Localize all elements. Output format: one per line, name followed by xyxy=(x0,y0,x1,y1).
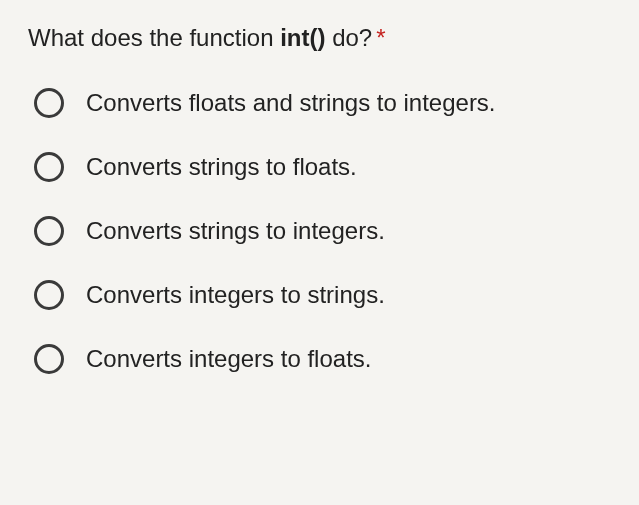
option-1[interactable]: Converts strings to floats. xyxy=(34,152,611,182)
option-label: Converts strings to integers. xyxy=(86,217,385,245)
option-label: Converts integers to floats. xyxy=(86,345,371,373)
question-suffix: do? xyxy=(325,24,372,51)
radio-icon[interactable] xyxy=(34,344,64,374)
option-2[interactable]: Converts strings to integers. xyxy=(34,216,611,246)
option-0[interactable]: Converts floats and strings to integers. xyxy=(34,88,611,118)
radio-icon[interactable] xyxy=(34,152,64,182)
option-4[interactable]: Converts integers to floats. xyxy=(34,344,611,374)
question-prefix: What does the function xyxy=(28,24,280,51)
radio-icon[interactable] xyxy=(34,88,64,118)
option-label: Converts strings to floats. xyxy=(86,153,357,181)
options-group: Converts floats and strings to integers.… xyxy=(28,88,611,374)
option-3[interactable]: Converts integers to strings. xyxy=(34,280,611,310)
option-label: Converts integers to strings. xyxy=(86,281,385,309)
required-asterisk: * xyxy=(376,24,385,51)
question-text: What does the function int() do?* xyxy=(28,24,611,52)
radio-icon[interactable] xyxy=(34,216,64,246)
option-label: Converts floats and strings to integers. xyxy=(86,89,496,117)
question-bold: int() xyxy=(280,24,325,51)
radio-icon[interactable] xyxy=(34,280,64,310)
